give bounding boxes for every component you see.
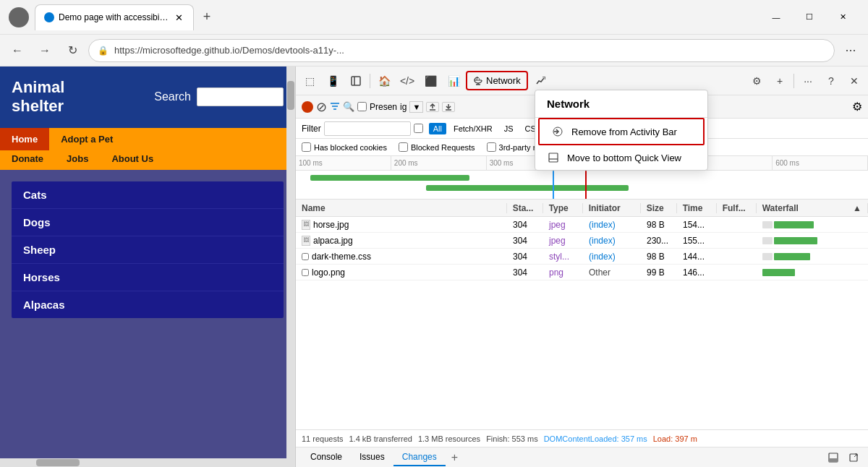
list-item-cats[interactable]: Cats: [12, 181, 284, 209]
blocked-cookies-label: Has blocked cookies: [314, 143, 387, 152]
invert-checkbox[interactable]: [414, 124, 423, 133]
col-waterfall[interactable]: Waterfall ▲: [757, 203, 868, 213]
waterfall-logo: [757, 269, 868, 276]
new-tab-button[interactable]: +: [197, 7, 217, 27]
col-type[interactable]: Type: [543, 203, 583, 213]
clear-button[interactable]: ⊘: [316, 99, 327, 115]
table-row-horse[interactable]: 🖼 horse.jpg 304 jpeg (index) 98 B 154...: [296, 217, 868, 233]
nav-home[interactable]: Home: [0, 128, 49, 150]
filter-js[interactable]: JS: [500, 123, 518, 134]
horizontal-scrollbar[interactable]: [0, 458, 286, 467]
blocked-requests-checkbox[interactable]: Blocked Requests: [399, 142, 475, 152]
initiator-darktheme[interactable]: (index): [583, 252, 641, 262]
address-input[interactable]: 🔒 https://microsoftedge.github.io/Demos/…: [88, 39, 835, 62]
website-search-input[interactable]: [197, 87, 284, 106]
file-name-alpaca: 🖼 alpaca.jpg: [296, 236, 507, 246]
sources-button[interactable]: </>: [396, 71, 418, 91]
col-initiator[interactable]: Initiator: [583, 203, 641, 213]
initiator-alpaca[interactable]: (index): [583, 236, 641, 246]
col-size[interactable]: Size: [641, 203, 677, 213]
remove-icon: [551, 125, 564, 138]
checkbox-logo[interactable]: [302, 269, 309, 276]
col-status[interactable]: Sta...: [507, 203, 543, 213]
website-header: Animal shelter Search: [0, 67, 295, 128]
user-avatar: [9, 7, 29, 27]
nav-about[interactable]: About Us: [100, 150, 165, 167]
performance-insights-button[interactable]: [529, 71, 551, 91]
context-menu-remove-item[interactable]: Remove from Activity Bar: [538, 118, 705, 145]
table-row-alpaca[interactable]: 🖼 alpaca.jpg 304 jpeg (index) 230... 155…: [296, 233, 868, 249]
download-button[interactable]: [442, 102, 455, 112]
network-table-container: Name Sta... Type Initiator Size Time Ful…: [296, 200, 868, 429]
add-tab-button[interactable]: +: [446, 448, 464, 467]
toolbar-separator-2: [793, 74, 794, 88]
dom-content-loaded-line: [553, 171, 554, 200]
primary-nav: Home Adopt a Pet: [0, 128, 295, 150]
minimize-button[interactable]: —: [760, 4, 793, 30]
preserve-log-checkbox[interactable]: Presen: [357, 102, 397, 112]
help-button[interactable]: ?: [820, 71, 842, 91]
forward-button[interactable]: →: [33, 39, 56, 62]
network-tab-button[interactable]: Network: [466, 71, 528, 90]
browser-tab[interactable]: Demo page with accessibility issu ✕: [35, 4, 194, 30]
tick-600: 600 ms: [773, 156, 868, 170]
website-preview: Animal shelter Search Home Adopt a Pet D…: [0, 67, 295, 467]
search-button[interactable]: 🔍: [343, 101, 354, 112]
dock-bottom-button[interactable]: [825, 449, 842, 466]
tab-console[interactable]: Console: [302, 449, 351, 466]
elements-button[interactable]: 🏠: [373, 71, 395, 91]
nav-jobs[interactable]: Jobs: [55, 150, 100, 167]
add-panel-button[interactable]: +: [769, 71, 791, 91]
preserve-log-input[interactable]: [357, 102, 367, 111]
throttle-control: ▼: [409, 101, 423, 113]
time-logo: 146...: [677, 267, 717, 278]
bottom-tabs: Console Issues Changes +: [296, 447, 868, 467]
col-time[interactable]: Time: [677, 203, 717, 213]
tab-issues[interactable]: Issues: [351, 449, 393, 466]
record-button[interactable]: [302, 101, 313, 113]
maximize-button[interactable]: ☐: [793, 4, 826, 30]
filter-fetchxhr[interactable]: Fetch/XHR: [449, 123, 497, 134]
col-fulf[interactable]: Fulf...: [717, 203, 757, 213]
context-menu-quickview-item[interactable]: Move to bottom Quick View: [535, 145, 707, 170]
upload-button[interactable]: [426, 102, 439, 112]
more-tools-button[interactable]: ···: [797, 71, 819, 91]
list-item-sheep[interactable]: Sheep: [12, 236, 284, 264]
waterfall-horse: [757, 221, 868, 228]
initiator-horse[interactable]: (index): [583, 220, 641, 230]
table-row-darktheme[interactable]: dark-theme.css 304 styl... (index) 98 B …: [296, 249, 868, 265]
request-count: 11 requests: [302, 434, 343, 443]
browser-more-button[interactable]: ···: [839, 39, 862, 62]
throttle-select[interactable]: ▼: [409, 101, 423, 113]
filter-toggle-button[interactable]: [330, 101, 340, 112]
performance-button[interactable]: 📊: [443, 71, 464, 91]
checkbox-darktheme[interactable]: [302, 253, 309, 260]
list-item-dogs[interactable]: Dogs: [12, 209, 284, 236]
filter-input[interactable]: [324, 121, 411, 136]
back-button[interactable]: ←: [6, 39, 29, 62]
refresh-button[interactable]: ↻: [61, 39, 84, 62]
remove-label: Remove from Activity Bar: [571, 127, 677, 137]
context-menu: Network Remove from Activity Bar Move to…: [535, 90, 708, 171]
status-bar: 11 requests 1.4 kB transferred 1.3 MB re…: [296, 429, 868, 447]
filter-all[interactable]: All: [429, 123, 446, 134]
undock-button[interactable]: [845, 449, 862, 466]
list-item-horses[interactable]: Horses: [12, 264, 284, 291]
vertical-scrollbar[interactable]: [286, 67, 295, 467]
device-emulation-button[interactable]: 📱: [322, 71, 344, 91]
settings-gear[interactable]: ⚙: [852, 100, 862, 113]
inspect-element-button[interactable]: ⬚: [299, 71, 320, 91]
size-darktheme: 98 B: [641, 252, 677, 262]
table-row-logo[interactable]: logo.png 304 png Other 99 B 146...: [296, 265, 868, 280]
tab-changes[interactable]: Changes: [393, 449, 446, 466]
col-name[interactable]: Name: [296, 203, 507, 213]
console-button[interactable]: ⬛: [420, 71, 441, 91]
close-devtools-button[interactable]: ✕: [843, 71, 865, 91]
blocked-cookies-checkbox[interactable]: Has blocked cookies: [302, 142, 387, 152]
close-window-button[interactable]: ✕: [826, 4, 859, 30]
settings-button[interactable]: ⚙: [746, 71, 767, 91]
list-item-alpacas[interactable]: Alpacas: [12, 291, 284, 318]
sidebar-toggle-button[interactable]: [345, 71, 367, 91]
nav-adopt[interactable]: Adopt a Pet: [49, 128, 124, 150]
tab-close-button[interactable]: ✕: [174, 11, 184, 25]
